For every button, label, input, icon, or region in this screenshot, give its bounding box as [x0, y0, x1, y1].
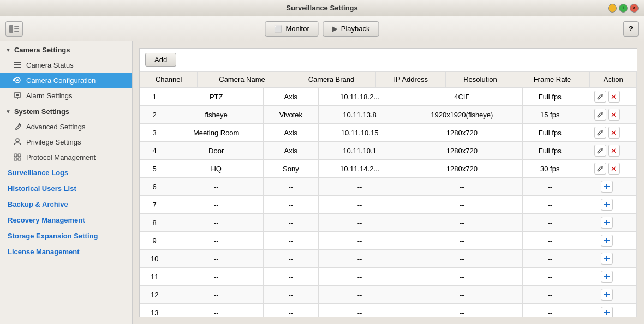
action-buttons: ✕	[582, 109, 632, 121]
add-row-button[interactable]	[601, 199, 613, 211]
cell-frame-rate: --	[523, 304, 577, 317]
edit-button[interactable]	[594, 127, 606, 139]
system-settings-label: System Settings	[14, 107, 69, 116]
cell-camera-name: --	[169, 178, 263, 196]
add-row-button[interactable]	[601, 271, 613, 283]
delete-button[interactable]: ✕	[608, 163, 620, 175]
cell-camera-brand: Vivotek	[263, 106, 318, 124]
add-row-button[interactable]	[601, 235, 613, 247]
edit-button[interactable]	[594, 91, 606, 103]
cell-ip-address: --	[318, 286, 401, 304]
cell-ip-address: 10.11.13.8	[318, 106, 401, 124]
add-camera-button[interactable]: Add	[145, 53, 176, 67]
playback-button[interactable]: ▶ Playback	[323, 21, 379, 37]
sidebar-item-protocol-management[interactable]: Protocol Management	[0, 149, 132, 165]
edit-button[interactable]	[594, 163, 606, 175]
cell-resolution: 1920x1920(fisheye)	[401, 106, 523, 124]
cell-channel: 12	[140, 286, 169, 304]
maximize-button[interactable]: +	[619, 4, 628, 13]
sidebar: ▼ Camera Settings Camera Status Camera C…	[0, 41, 133, 324]
cell-resolution: 1280x720	[401, 124, 523, 142]
delete-button[interactable]: ✕	[608, 127, 620, 139]
cell-frame-rate: --	[523, 196, 577, 214]
cell-camera-name: Meeting Room	[169, 124, 263, 142]
cell-channel: 6	[140, 178, 169, 196]
delete-button[interactable]: ✕	[608, 91, 620, 103]
cell-camera-name: Door	[169, 142, 263, 160]
main-layout: ▼ Camera Settings Camera Status Camera C…	[0, 41, 644, 324]
sidebar-link-recovery-management[interactable]: Recovery Management	[0, 212, 132, 228]
add-row-button[interactable]	[601, 289, 613, 301]
delete-button[interactable]: ✕	[608, 145, 620, 157]
sidebar-link-historical-users[interactable]: Historical Users List	[0, 181, 132, 196]
sidebar-item-camera-status[interactable]: Camera Status	[0, 57, 132, 73]
col-frame-rate: Frame Rate	[515, 72, 590, 87]
close-button[interactable]: ×	[630, 4, 639, 13]
content-area: Add Channel Camera Name Camera Brand IP …	[133, 41, 644, 324]
action-buttons	[582, 217, 632, 229]
cell-action	[577, 214, 637, 232]
cell-camera-brand: Axis	[263, 142, 318, 160]
svg-rect-2	[14, 28, 19, 29]
sidebar-link-surveillance-logs[interactable]: Surveillance Logs	[0, 165, 132, 181]
cell-resolution: --	[401, 196, 523, 214]
action-buttons	[582, 253, 632, 265]
sidebar-item-camera-status-label: Camera Status	[26, 61, 74, 69]
sidebar-link-license-management[interactable]: License Management	[0, 244, 132, 260]
sidebar-link-backup-archive[interactable]: Backup & Archive	[0, 196, 132, 212]
cell-camera-brand: --	[263, 196, 318, 214]
sidebar-item-advanced-settings[interactable]: Advanced Settings	[0, 119, 132, 134]
cell-resolution: --	[401, 268, 523, 286]
delete-button[interactable]: ✕	[608, 109, 620, 121]
add-row-button[interactable]	[601, 217, 613, 229]
cell-frame-rate: Full fps	[523, 88, 577, 106]
col-ip-address: IP Address	[376, 72, 446, 87]
help-button[interactable]: ?	[623, 21, 639, 37]
cell-frame-rate: 15 fps	[523, 106, 577, 124]
cell-camera-name: fisheye	[169, 106, 263, 124]
camera-settings-header[interactable]: ▼ Camera Settings	[0, 41, 132, 57]
add-row-button[interactable]	[601, 307, 613, 317]
sidebar-item-alarm-settings[interactable]: Alarm Settings	[0, 88, 132, 103]
cell-frame-rate: --	[523, 286, 577, 304]
sidebar-item-camera-config[interactable]: Camera Configuration	[0, 73, 132, 88]
svg-rect-31	[604, 276, 610, 277]
minimize-button[interactable]: −	[608, 4, 617, 13]
monitor-icon: ⬜	[274, 25, 282, 33]
cell-frame-rate: --	[523, 268, 577, 286]
camera-table-body: 1PTZAxis10.11.18.2...4CIFFull fps✕2fishe…	[140, 88, 637, 317]
sidebar-link-storage-expansion[interactable]: Storage Expansion Setting	[0, 228, 132, 244]
cell-ip-address: 10.11.10.1	[318, 142, 401, 160]
toolbar: ⬜ Monitor ▶ Playback ?	[0, 16, 644, 41]
cell-resolution: 4CIF	[401, 88, 523, 106]
person-icon	[13, 137, 22, 146]
cell-ip-address: 10.11.18.2...	[318, 88, 401, 106]
edit-button[interactable]	[594, 109, 606, 121]
svg-rect-12	[16, 94, 19, 96]
content-panel: Add Channel Camera Name Camera Brand IP …	[139, 48, 637, 317]
cell-resolution: --	[401, 286, 523, 304]
table-scroll[interactable]: 1PTZAxis10.11.18.2...4CIFFull fps✕2fishe…	[140, 87, 637, 317]
col-camera-brand: Camera Brand	[287, 72, 375, 87]
edit-button[interactable]	[594, 145, 606, 157]
sidebar-toggle-button[interactable]	[5, 21, 23, 37]
monitor-button[interactable]: ⬜ Monitor	[265, 21, 318, 37]
add-row-button[interactable]	[601, 253, 613, 265]
action-buttons: ✕	[582, 163, 632, 175]
cell-camera-brand: Axis	[263, 124, 318, 142]
camera-table: Channel Camera Name Camera Brand IP Addr…	[140, 71, 637, 87]
action-buttons	[582, 199, 632, 211]
table-row: 5HQSony10.11.14.2...1280x72030 fps✕	[140, 160, 637, 178]
system-settings-header[interactable]: ▼ System Settings	[0, 103, 132, 119]
table-row: 7----------	[140, 196, 637, 214]
cell-action	[577, 268, 637, 286]
cell-ip-address: --	[318, 250, 401, 268]
playback-label: Playback	[341, 25, 370, 33]
cell-camera-brand: --	[263, 286, 318, 304]
camera-config-icon	[13, 76, 22, 85]
svg-point-15	[16, 139, 19, 142]
action-buttons	[582, 235, 632, 247]
sidebar-item-privilege-settings[interactable]: Privilege Settings	[0, 134, 132, 149]
sidebar-item-protocol-management-label: Protocol Management	[26, 153, 96, 161]
add-row-button[interactable]	[601, 181, 613, 193]
